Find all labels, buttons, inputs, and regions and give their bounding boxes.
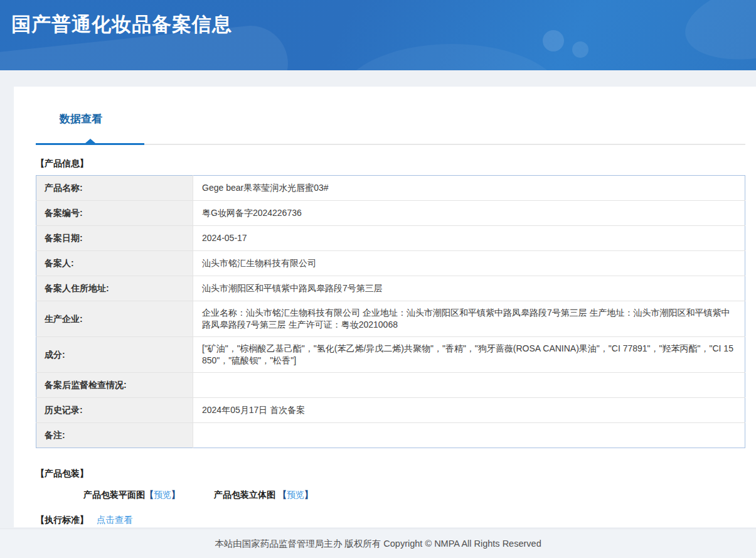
- table-row: 生产企业: 企业名称：汕头市铭汇生物科技有限公司 企业地址：汕头市潮阳区和平镇紫…: [36, 301, 745, 337]
- execution-standard-row: 【执行标准】 点击查看: [36, 514, 745, 526]
- banner-decoration-blob: [678, 0, 756, 70]
- banner-decoration-circle-small: [572, 41, 588, 58]
- row-value: 汕头市潮阳区和平镇紫中路凤皋路段7号第三层: [193, 276, 745, 301]
- table-row: 备案人: 汕头市铭汇生物科技有限公司: [36, 251, 745, 276]
- table-row: 历史记录: 2024年05月17日 首次备案: [36, 398, 745, 423]
- tab-bar: 数据查看: [36, 102, 745, 145]
- bracket-open: 【: [145, 490, 154, 500]
- packaging-3d-image-item: 产品包装立体图 【预览】: [214, 490, 313, 501]
- active-tab-triangle-icon: [85, 139, 95, 143]
- row-value: 粤G妆网备字2024226736: [193, 201, 745, 226]
- row-value: Gege bear果萃莹润水光唇蜜03#: [193, 176, 745, 201]
- row-label: 备案后监督检查情况:: [36, 373, 193, 398]
- row-label: 备注:: [36, 423, 193, 448]
- tab-data-view-label: 数据查看: [60, 113, 102, 125]
- page: 国产普通化妆品备案信息 数据查看 【产品信息】 产品名称: Gege bear果…: [0, 0, 756, 558]
- row-value: 2024年05月17日 首次备案: [193, 398, 745, 423]
- packaging-flat-image-label: 产品包装平面图: [83, 490, 145, 500]
- table-row: 备案人住所地址: 汕头市潮阳区和平镇紫中路凤皋路段7号第三层: [36, 276, 745, 301]
- banner-decoration-polygon: [339, 44, 565, 70]
- page-header-banner: 国产普通化妆品备案信息: [0, 0, 756, 70]
- execution-standard-view-link[interactable]: 点击查看: [97, 515, 133, 525]
- bracket-close: 】: [304, 490, 313, 500]
- row-label: 历史记录:: [36, 398, 193, 423]
- footer-copyright-text: 本站由国家药品监督管理局主办 版权所有 Copyright © NMPA All…: [215, 538, 541, 550]
- page-footer: 本站由国家药品监督管理局主办 版权所有 Copyright © NMPA All…: [0, 528, 756, 558]
- packaging-flat-preview-link[interactable]: 预览: [154, 490, 171, 500]
- row-value: 汕头市铭汇生物科技有限公司: [193, 251, 745, 276]
- row-label: 备案人:: [36, 251, 193, 276]
- table-row: 备案日期: 2024-05-17: [36, 226, 745, 251]
- packaging-3d-preview-link[interactable]: 预览: [287, 490, 304, 500]
- row-label: 产品名称:: [36, 176, 193, 201]
- table-row: 成分: ["矿油"，"棕榈酸乙基己酯"，"氢化(苯乙烯/异戊二烯)共聚物"，"香…: [36, 337, 745, 373]
- row-label: 备案人住所地址:: [36, 276, 193, 301]
- row-label: 成分:: [36, 337, 193, 373]
- bracket-open: 【: [278, 490, 287, 500]
- row-value: ["矿油"，"棕榈酸乙基己酯"，"氢化(苯乙烯/异戊二烯)共聚物"，"香精"，"…: [193, 337, 745, 373]
- product-info-table: 产品名称: Gege bear果萃莹润水光唇蜜03# 备案编号: 粤G妆网备字2…: [36, 175, 745, 448]
- table-row: 产品名称: Gege bear果萃莹润水光唇蜜03#: [36, 176, 745, 201]
- packaging-row: 产品包装平面图【预览】 产品包装立体图 【预览】: [83, 490, 745, 501]
- table-row: 备案后监督检查情况:: [36, 373, 745, 398]
- section-product-info-title: 【产品信息】: [36, 158, 745, 169]
- row-label: 备案编号:: [36, 201, 193, 226]
- row-value: [193, 373, 745, 398]
- row-label: 备案日期:: [36, 226, 193, 251]
- row-value: 企业名称：汕头市铭汇生物科技有限公司 企业地址：汕头市潮阳区和平镇紫中路凤皋路段…: [193, 301, 745, 337]
- section-packaging-title: 【产品包装】: [36, 468, 745, 480]
- row-value: [193, 423, 745, 448]
- page-title: 国产普通化妆品备案信息: [11, 11, 232, 38]
- banner-decoration-circle: [543, 30, 564, 51]
- active-tab-underline: [36, 143, 144, 145]
- packaging-flat-image-item: 产品包装平面图【预览】: [83, 490, 180, 501]
- tab-data-view[interactable]: 数据查看: [60, 102, 102, 126]
- content-card: 数据查看 【产品信息】 产品名称: Gege bear果萃莹润水光唇蜜03# 备…: [14, 87, 756, 527]
- packaging-3d-image-label: 产品包装立体图: [214, 490, 278, 500]
- bracket-close: 】: [171, 490, 180, 500]
- table-row: 备案编号: 粤G妆网备字2024226736: [36, 201, 745, 226]
- row-value: 2024-05-17: [193, 226, 745, 251]
- row-label: 生产企业:: [36, 301, 193, 337]
- execution-standard-title: 【执行标准】: [36, 515, 88, 525]
- table-row: 备注:: [36, 423, 745, 448]
